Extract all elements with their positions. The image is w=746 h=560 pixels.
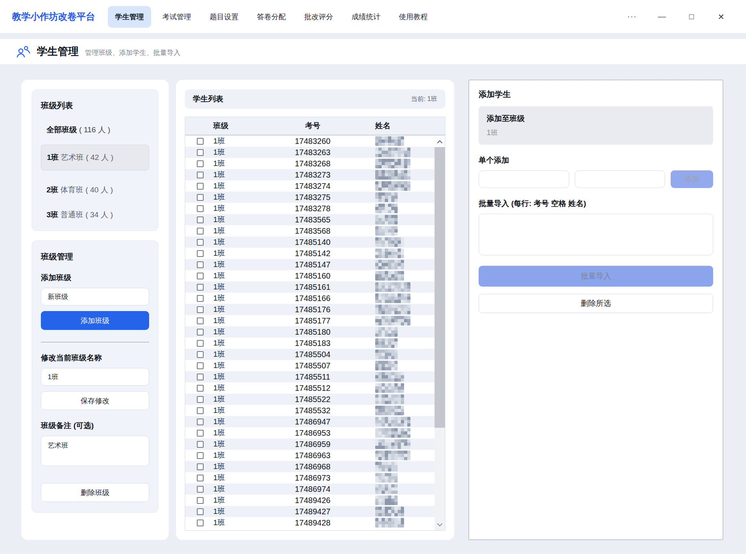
row-checkbox[interactable] — [197, 452, 204, 459]
scrollbar-thumb[interactable] — [435, 147, 445, 428]
single-add-button[interactable]: 添加 — [671, 170, 713, 188]
more-menu-button[interactable]: ··· — [623, 9, 641, 25]
row-checkbox[interactable] — [197, 160, 204, 167]
blurred-name — [375, 462, 398, 471]
row-checkbox[interactable] — [197, 508, 204, 515]
cell-exam-id: 17485140 — [265, 238, 361, 247]
row-checkbox[interactable] — [197, 520, 204, 526]
row-checkbox[interactable] — [197, 239, 204, 246]
tab-grading[interactable]: 批改评分 — [297, 6, 340, 28]
scroll-down-icon[interactable] — [435, 519, 445, 530]
cell-class: 1班 — [204, 428, 265, 438]
table-row: 1班17485511 — [185, 371, 445, 382]
class-remark-textarea[interactable]: 艺术班 — [41, 436, 149, 466]
row-checkbox[interactable] — [197, 138, 204, 145]
row-checkbox[interactable] — [197, 284, 204, 291]
add-student-title: 添加学生 — [479, 89, 713, 100]
exam-id-input[interactable] — [479, 170, 569, 188]
cell-exam-id: 17486963 — [265, 451, 361, 460]
tab-question-settings[interactable]: 题目设置 — [202, 6, 246, 28]
row-checkbox[interactable] — [197, 396, 204, 403]
rename-class-input[interactable] — [41, 368, 149, 386]
cell-class: 1班 — [204, 203, 265, 214]
cell-class: 1班 — [204, 237, 265, 247]
class-item-all[interactable]: 全部班级 ( 116 人 ) — [46, 125, 149, 135]
delete-selected-button[interactable]: 删除所选 — [479, 294, 713, 313]
cell-exam-id: 17483263 — [265, 148, 361, 157]
cell-exam-id: 17485161 — [265, 283, 361, 292]
add-class-button[interactable]: 添加班级 — [41, 311, 149, 330]
cell-exam-id: 17489428 — [265, 518, 361, 528]
cell-class: 1班 — [204, 158, 265, 169]
cell-class: 1班 — [204, 304, 265, 315]
page-title: 学生管理 — [37, 44, 79, 59]
cell-name-blurred — [361, 249, 445, 258]
row-checkbox[interactable] — [197, 149, 204, 156]
row-checkbox[interactable] — [197, 183, 204, 190]
tab-answer-assignment[interactable]: 答卷分配 — [250, 6, 293, 28]
row-checkbox[interactable] — [197, 228, 204, 235]
student-name-input[interactable] — [575, 170, 665, 188]
cell-exam-id: 17485511 — [265, 372, 361, 382]
tab-tutorial[interactable]: 使用教程 — [392, 6, 435, 28]
batch-import-textarea[interactable] — [479, 214, 713, 255]
close-button[interactable]: ✕ — [712, 9, 730, 25]
class-item-3[interactable]: 3班 普通班 ( 34 人 ) — [46, 210, 149, 220]
class-item-1[interactable]: 1班 艺术班 ( 42 人 ) — [41, 145, 149, 170]
row-checkbox[interactable] — [197, 329, 204, 336]
class-item-2[interactable]: 2班 体育班 ( 40 人 ) — [46, 185, 149, 195]
blurred-name — [375, 417, 410, 427]
row-checkbox[interactable] — [197, 295, 204, 302]
add-class-label: 添加班级 — [41, 273, 149, 283]
cell-exam-id: 17483260 — [265, 137, 361, 146]
blurred-name — [375, 518, 404, 528]
row-checkbox[interactable] — [197, 497, 204, 504]
tab-student-management[interactable]: 学生管理 — [108, 6, 151, 28]
row-checkbox[interactable] — [197, 317, 204, 324]
cell-class: 1班 — [204, 181, 265, 191]
row-checkbox[interactable] — [197, 374, 204, 380]
row-checkbox[interactable] — [197, 385, 204, 392]
blurred-name — [375, 204, 398, 213]
cell-class: 1班 — [204, 170, 265, 180]
class-count: ( 42 人 ) — [86, 153, 113, 162]
row-checkbox[interactable] — [197, 306, 204, 313]
cell-name-blurred — [361, 495, 445, 505]
row-checkbox[interactable] — [197, 250, 204, 257]
delete-class-button[interactable]: 删除班级 — [41, 483, 149, 502]
row-checkbox[interactable] — [197, 216, 204, 223]
row-checkbox[interactable] — [197, 463, 204, 470]
maximize-button[interactable]: □ — [683, 9, 700, 25]
tab-exam-management[interactable]: 考试管理 — [155, 6, 198, 28]
save-changes-button[interactable]: 保存修改 — [41, 391, 149, 410]
cell-exam-id: 17485166 — [265, 294, 361, 303]
minimize-button[interactable]: — — [653, 9, 671, 25]
scroll-up-icon[interactable] — [435, 136, 445, 147]
row-checkbox[interactable] — [197, 430, 204, 437]
row-checkbox[interactable] — [197, 362, 204, 369]
row-checkbox[interactable] — [197, 273, 204, 279]
new-class-input[interactable] — [41, 288, 149, 305]
row-checkbox[interactable] — [197, 407, 204, 414]
table-row: 1班17485161 — [185, 281, 445, 293]
row-checkbox[interactable] — [197, 475, 204, 481]
scrollbar-track[interactable] — [435, 428, 445, 519]
cell-class: 1班 — [204, 484, 265, 494]
cell-class: 1班 — [204, 214, 265, 225]
cell-name-blurred — [361, 338, 445, 348]
row-checkbox[interactable] — [197, 418, 204, 425]
tab-score-statistics[interactable]: 成绩统计 — [344, 6, 388, 28]
table-row: 1班17483273 — [185, 169, 445, 180]
table-scrollbar[interactable] — [435, 136, 445, 530]
row-checkbox[interactable] — [197, 261, 204, 268]
row-checkbox[interactable] — [197, 441, 204, 448]
cell-class: 1班 — [204, 327, 265, 337]
row-checkbox[interactable] — [197, 351, 204, 358]
row-checkbox[interactable] — [197, 205, 204, 212]
row-checkbox[interactable] — [197, 172, 204, 178]
bottom-strip — [0, 554, 746, 560]
batch-import-button[interactable]: 批量导入 — [479, 266, 713, 287]
row-checkbox[interactable] — [197, 340, 204, 347]
row-checkbox[interactable] — [197, 486, 204, 493]
row-checkbox[interactable] — [197, 194, 204, 201]
